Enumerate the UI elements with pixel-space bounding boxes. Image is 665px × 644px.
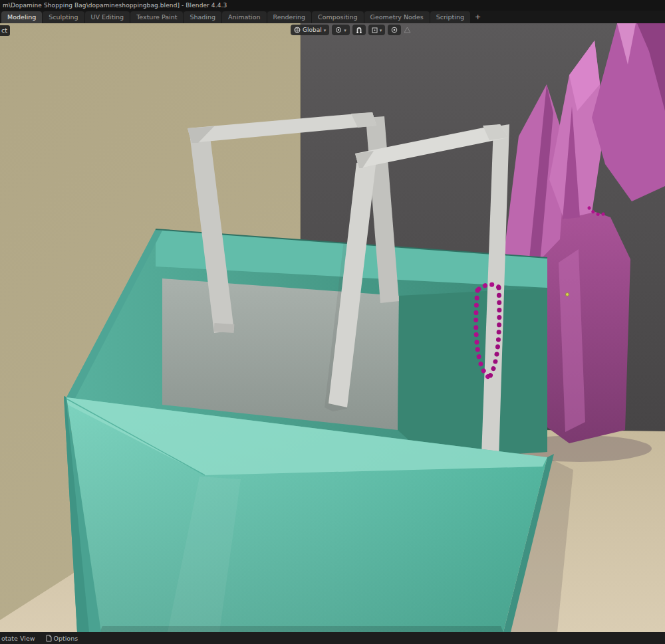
chevron-down-icon: ▾	[380, 28, 382, 33]
workspace-tabbar: Modeling Sculpting UV Editing Texture Pa…	[0, 11, 665, 23]
statusbar-options[interactable]: Options	[46, 635, 78, 642]
scene-speck	[566, 293, 569, 296]
pivot-point-dropdown[interactable]: ▾	[332, 25, 350, 35]
statusbar-hint: otate View	[1, 635, 35, 642]
snap-settings-dropdown[interactable]: ▾	[368, 25, 386, 35]
chevron-down-icon: ▾	[344, 28, 346, 33]
tab-animation[interactable]: Animation	[222, 11, 266, 24]
3d-viewport[interactable]: ct Global ▾ ▾	[0, 23, 665, 632]
rendered-scene	[0, 23, 665, 632]
tab-shading[interactable]: Shading	[184, 11, 221, 24]
status-bar: otate View Options	[0, 632, 665, 644]
window-title: m\Dopamine Shopping Bag\dopamineshopping…	[3, 2, 227, 9]
chevron-down-icon: ▾	[324, 28, 327, 33]
tab-sculpting[interactable]: Sculpting	[43, 11, 84, 24]
proportional-falloff-button[interactable]	[404, 27, 411, 33]
add-workspace-button[interactable]: +	[471, 11, 485, 23]
window-titlebar: m\Dopamine Shopping Bag\dopamineshopping…	[0, 0, 665, 11]
magnet-icon	[356, 27, 362, 34]
tab-compositing[interactable]: Compositing	[312, 11, 364, 24]
transform-orientation-dropdown[interactable]: Global ▾	[291, 25, 329, 35]
viewport-header-controls: Global ▾ ▾ ▾	[291, 25, 411, 35]
proportional-editing-button[interactable]	[388, 25, 401, 35]
tab-modeling[interactable]: Modeling	[1, 11, 42, 24]
tab-rendering[interactable]: Rendering	[267, 11, 312, 24]
snap-toggle-button[interactable]	[352, 25, 366, 35]
tab-texture-paint[interactable]: Texture Paint	[130, 11, 183, 24]
falloff-cone-icon	[404, 27, 411, 33]
transform-orientation-label: Global	[303, 27, 322, 33]
pivot-point-icon	[335, 27, 342, 33]
document-icon	[46, 635, 52, 642]
global-orientation-icon	[294, 27, 301, 33]
statusbar-options-label: Options	[54, 635, 78, 642]
tab-geometry-nodes[interactable]: Geometry Nodes	[364, 11, 430, 24]
viewport-menu-fragment[interactable]: ct	[0, 25, 10, 36]
tab-scripting[interactable]: Scripting	[430, 11, 470, 24]
snap-increment-icon	[372, 27, 378, 33]
proportional-editing-icon	[391, 27, 398, 33]
tab-uv-editing[interactable]: UV Editing	[85, 11, 130, 24]
statusbar-hint-text: otate View	[1, 635, 35, 642]
